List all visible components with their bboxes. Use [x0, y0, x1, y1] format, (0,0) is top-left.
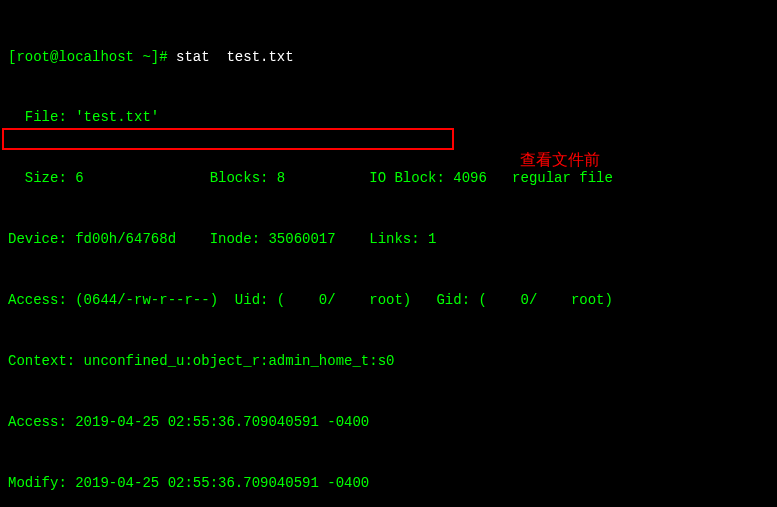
command-stat: stat test.txt	[176, 49, 294, 65]
stat-size-line: Size: 6 Blocks: 8 IO Block: 4096 regular…	[8, 168, 769, 188]
annotation-before: 查看文件前	[520, 148, 600, 171]
stat-file-line: File: 'test.txt'	[8, 107, 769, 127]
stat-access-perm-line: Access: (0644/-rw-r--r--) Uid: ( 0/ root…	[8, 290, 769, 310]
highlight-box-before	[2, 128, 454, 150]
terminal-block-before: [root@localhost ~]# stat test.txt File: …	[0, 0, 777, 507]
stat-modify-line: Modify: 2019-04-25 02:55:36.709040591 -0…	[8, 473, 769, 493]
stat-access-time-line: Access: 2019-04-25 02:55:36.709040591 -0…	[8, 412, 769, 432]
stat-context-line: Context: unconfined_u:object_r:admin_hom…	[8, 351, 769, 371]
prompt-line: [root@localhost ~]# stat test.txt	[8, 47, 769, 67]
stat-device-line: Device: fd00h/64768d Inode: 35060017 Lin…	[8, 229, 769, 249]
shell-prompt: [root@localhost ~]#	[8, 49, 176, 65]
